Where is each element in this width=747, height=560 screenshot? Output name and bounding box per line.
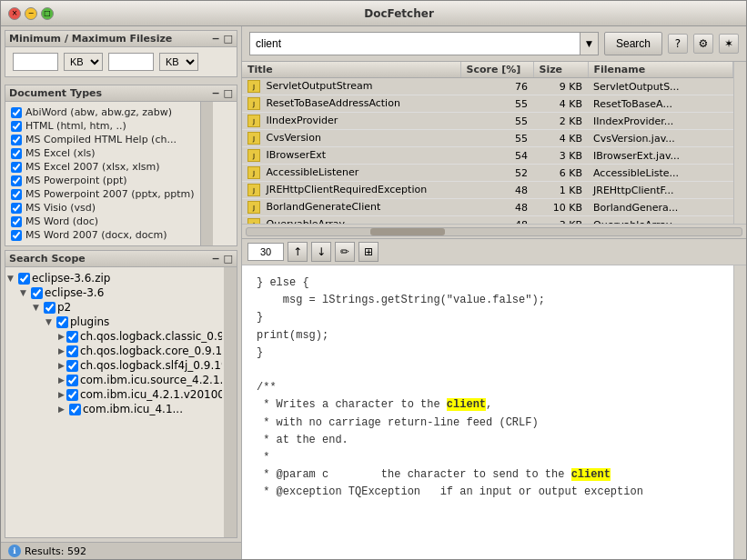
- settings-button[interactable]: ⚙: [693, 34, 713, 54]
- maximize-button[interactable]: □: [41, 7, 54, 20]
- cell-score: 55: [460, 113, 533, 130]
- doctypes-collapse-icon[interactable]: −: [211, 87, 219, 99]
- search-input-wrap: ▼: [249, 32, 599, 55]
- cell-filename: QueryableArray...: [588, 216, 733, 225]
- filesize-controls: KB MB KB MB: [5, 47, 237, 76]
- table-row[interactable]: J CvsVersion 55 4 KB CvsVersion.jav...: [242, 130, 733, 147]
- cell-filename: CvsVersion.jav...: [588, 130, 733, 147]
- doctype-visio: MS Visio (vsd): [11, 201, 195, 215]
- scope-icu2-arrow[interactable]: [58, 405, 67, 414]
- results-scrollbar[interactable]: [733, 62, 746, 224]
- search-button[interactable]: Search: [604, 32, 662, 55]
- scope-logback-classic-checkbox[interactable]: [66, 331, 78, 343]
- scope-eclipse36-arrow[interactable]: [20, 288, 29, 297]
- table-row[interactable]: J JREHttpClientRequiredException 48 1 KB…: [242, 182, 733, 199]
- scope-logback-core-arrow[interactable]: [58, 346, 65, 355]
- scope-logback-slf4j-arrow[interactable]: [58, 361, 65, 370]
- page-number-input[interactable]: [247, 243, 284, 261]
- preview-line: }: [257, 345, 719, 362]
- results-hscrollbar[interactable]: [246, 227, 742, 236]
- main-window: × − □ DocFetcher Minimum / Maximum Files…: [0, 0, 747, 560]
- table-row[interactable]: J AccessibleListener 52 6 KB AccessibleL…: [242, 165, 733, 182]
- scope-p2-checkbox[interactable]: [44, 302, 56, 314]
- doctype-word2007-checkbox[interactable]: [11, 230, 22, 241]
- cell-filename: JREHttpClientF...: [588, 182, 733, 199]
- scope-collapse-icon[interactable]: −: [211, 253, 219, 265]
- doctype-html-checkbox[interactable]: [11, 121, 22, 132]
- cell-title: J ServletOutputStream: [242, 78, 460, 95]
- scope-eclipse36-checkbox[interactable]: [31, 287, 43, 299]
- doctype-ppt-checkbox[interactable]: [11, 175, 22, 186]
- scope-menu-icon[interactable]: □: [224, 253, 233, 265]
- col-header-title[interactable]: Title: [242, 62, 460, 78]
- table-row[interactable]: J QueryableArray 48 3 KB QueryableArray.…: [242, 216, 733, 225]
- close-button[interactable]: ×: [8, 7, 21, 20]
- scope-icu-source-checkbox[interactable]: [66, 375, 78, 386]
- file-icon: J: [247, 97, 260, 110]
- scope-icu2-checkbox[interactable]: [69, 404, 81, 415]
- doctype-visio-checkbox[interactable]: [11, 203, 22, 214]
- table-row[interactable]: J ServletOutputStream 76 9 KB ServletOut…: [242, 78, 733, 95]
- col-header-size[interactable]: Size: [533, 62, 588, 78]
- cell-title: J JREHttpClientRequiredException: [242, 182, 460, 199]
- scope-icu-source-arrow[interactable]: [58, 375, 65, 385]
- filesize-menu-icon[interactable]: □: [224, 33, 233, 45]
- page-up-button[interactable]: ↑: [288, 242, 308, 262]
- table-row[interactable]: J IBrowserExt 54 3 KB IBrowserExt.jav...: [242, 147, 733, 165]
- scope-plugins-checkbox[interactable]: [56, 316, 68, 328]
- grid-button[interactable]: ⊞: [358, 242, 379, 262]
- doctype-chm-checkbox[interactable]: [11, 135, 22, 145]
- filesize-min-input[interactable]: [13, 53, 58, 71]
- scope-eclipse-zip-arrow[interactable]: [7, 274, 16, 283]
- doctype-html: HTML (html, htm, ..): [11, 119, 195, 133]
- filesize-collapse-icon[interactable]: −: [211, 33, 219, 45]
- col-header-score[interactable]: Score [%]: [460, 62, 533, 78]
- col-header-filename[interactable]: Filename: [588, 62, 733, 78]
- scope-icu-checkbox[interactable]: [66, 389, 78, 401]
- preview-scrollbar[interactable]: [733, 265, 746, 559]
- preview-line: /**: [257, 379, 719, 396]
- scope-icu2: com.ibm.icu_4.1...: [7, 402, 222, 416]
- preview-line: * @exception TQException if an input or …: [257, 484, 719, 501]
- filesize-max-unit[interactable]: KB MB: [159, 53, 198, 71]
- scope-scrollbar[interactable]: [224, 267, 237, 537]
- sun-button[interactable]: ✶: [719, 34, 739, 54]
- search-input[interactable]: [250, 33, 580, 55]
- doctype-excel-checkbox[interactable]: [11, 148, 22, 159]
- doctype-excel2007-checkbox[interactable]: [11, 162, 22, 173]
- help-button[interactable]: ?: [668, 34, 688, 54]
- scope-logback-core-checkbox[interactable]: [66, 345, 78, 357]
- table-row[interactable]: J BorlandGenerateClient 48 10 KB Borland…: [242, 199, 733, 216]
- table-row[interactable]: J IIndexProvider 55 2 KB IIndexProvider.…: [242, 113, 733, 130]
- scope-eclipse-zip-checkbox[interactable]: [18, 273, 30, 285]
- cell-title: J QueryableArray: [242, 216, 460, 225]
- doctype-abiword-checkbox[interactable]: [11, 107, 22, 118]
- cell-size: 3 KB: [533, 147, 588, 165]
- scope-header: Search Scope − □: [5, 251, 237, 267]
- doctype-ppt2007-checkbox[interactable]: [11, 189, 22, 200]
- preview-line: [257, 362, 719, 379]
- scope-tree-inner: eclipse-3.6.zip eclipse-3.6 p2: [5, 267, 237, 537]
- doctypes-scrollbar[interactable]: [200, 102, 213, 245]
- filesize-max-input[interactable]: [108, 53, 154, 71]
- header-icons: ? ⚙ ✶: [668, 34, 739, 54]
- scope-p2-arrow[interactable]: [33, 303, 42, 312]
- cell-filename: IIndexProvider...: [588, 113, 733, 130]
- table-row[interactable]: J ResetToBaseAddressAction 55 4 KB Reset…: [242, 95, 733, 113]
- page-down-button[interactable]: ↓: [311, 242, 331, 262]
- doctypes-menu-icon[interactable]: □: [224, 87, 233, 99]
- scope-icu-arrow[interactable]: [58, 390, 65, 399]
- doctype-word-checkbox[interactable]: [11, 216, 22, 227]
- scope-logback-classic-arrow[interactable]: [58, 332, 65, 341]
- left-panel: Minimum / Maximum Filesize − □ KB MB KB: [1, 26, 242, 559]
- file-icon: J: [247, 80, 260, 93]
- status-bar: ℹ Results: 592: [1, 542, 241, 559]
- highlight-button[interactable]: ✏: [335, 242, 355, 262]
- filesize-min-unit[interactable]: KB MB: [64, 53, 103, 71]
- results-header-row: Title Score [%] Size Filename: [242, 62, 733, 78]
- preview-toolbar: ↑ ↓ ✏ ⊞: [242, 239, 746, 265]
- scope-logback-slf4j-checkbox[interactable]: [66, 360, 78, 372]
- scope-plugins-arrow[interactable]: [45, 317, 55, 326]
- search-dropdown-arrow[interactable]: ▼: [580, 33, 598, 55]
- minimize-button[interactable]: −: [25, 7, 37, 20]
